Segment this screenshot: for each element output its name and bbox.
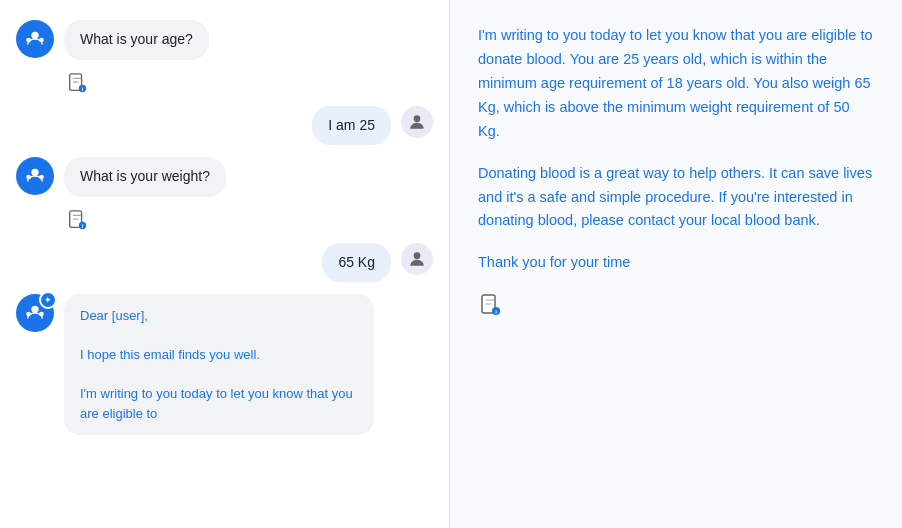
chat-row-bot-3: ✦ Dear [user], I hope this email finds y…: [16, 294, 433, 435]
doc-icon-1: i: [66, 72, 433, 94]
bot-avatar-2: [16, 157, 54, 195]
svg-rect-4: [41, 38, 43, 42]
email-preview-panel: I'm writing to you today to let you know…: [450, 0, 902, 528]
bot-avatar-1: [16, 20, 54, 58]
email-paragraph-2: Donating blood is a great way to help ot…: [478, 162, 874, 234]
user-avatar-1: [401, 106, 433, 138]
sparkle-badge-icon: ✦: [39, 291, 57, 309]
bot-bubble-age-question: What is your age?: [64, 20, 209, 60]
user-avatar-2: [401, 243, 433, 275]
email-body: I'm writing to you today to let you know…: [478, 24, 874, 275]
chat-row-bot-1: What is your age?: [16, 20, 433, 60]
bot-bubble-email-preview: Dear [user], I hope this email finds you…: [64, 294, 374, 435]
svg-rect-13: [41, 175, 43, 179]
svg-point-8: [414, 115, 421, 122]
bot-bubble-weight-question: What is your weight?: [64, 157, 226, 197]
svg-point-18: [31, 306, 38, 313]
chat-panel[interactable]: What is your age? i I am 25: [0, 0, 450, 528]
email-paragraph-1: I'm writing to you today to let you know…: [478, 24, 874, 144]
svg-point-9: [31, 169, 38, 176]
email-doc-icon: i: [478, 293, 874, 317]
svg-rect-22: [41, 312, 43, 316]
chat-row-user-2: 65 Kg: [16, 243, 433, 283]
svg-rect-3: [27, 38, 29, 42]
svg-rect-12: [27, 175, 29, 179]
user-bubble-weight: 65 Kg: [322, 243, 391, 283]
chat-row-bot-2: What is your weight?: [16, 157, 433, 197]
chat-row-user-1: I am 25: [16, 106, 433, 146]
bot-avatar-sparkle: ✦: [16, 294, 54, 332]
svg-point-0: [31, 32, 38, 39]
svg-point-17: [414, 252, 421, 259]
svg-rect-21: [27, 312, 29, 316]
user-bubble-age: I am 25: [312, 106, 391, 146]
email-paragraph-3: Thank you for your time: [478, 251, 874, 275]
doc-icon-2: i: [66, 209, 433, 231]
